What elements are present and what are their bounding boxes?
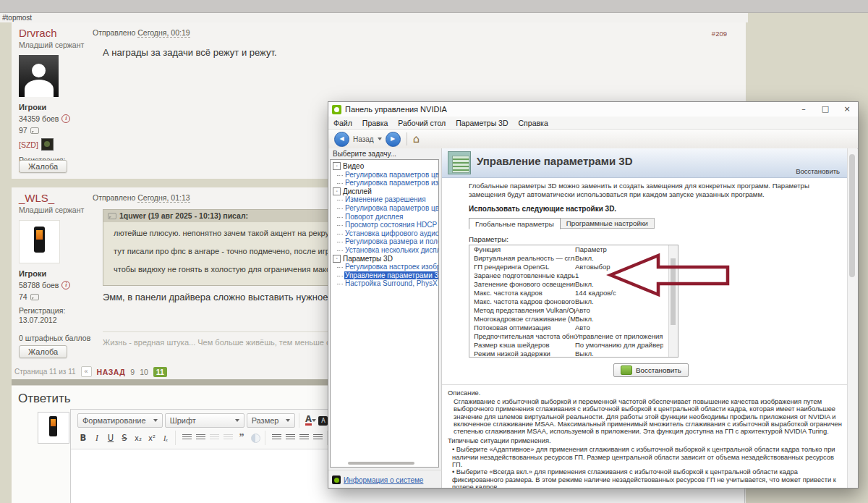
tree-item[interactable]: Регулировка размера и положения рабо: [331, 237, 438, 246]
underline-button[interactable]: U: [105, 432, 116, 444]
chevron-down-icon: [312, 419, 316, 424]
topmost-anchor: #topmost: [0, 13, 748, 22]
menu-desktop[interactable]: Рабочий стол: [393, 119, 451, 127]
tree-item[interactable]: Изменение разрешения: [331, 195, 438, 204]
align-center-button[interactable]: [284, 432, 296, 444]
tree-item[interactable]: Настройка Surround, PhysX: [331, 279, 438, 288]
tree-item[interactable]: Установка нескольких дисплеев: [331, 246, 438, 255]
tree-item[interactable]: Регулировка параметров цвета для вид: [331, 171, 438, 179]
tree-group-display[interactable]: Дисплей: [331, 187, 438, 196]
collapse-icon[interactable]: [333, 255, 341, 263]
post-number-link[interactable]: #209: [712, 30, 727, 38]
collapse-icon[interactable]: [333, 162, 341, 170]
cell-function: Макс. частота кадров: [474, 289, 575, 297]
tree-item[interactable]: Установка цифрового аудио: [331, 229, 438, 238]
home-button[interactable]: ⌂: [413, 134, 420, 145]
tab-program-settings[interactable]: Программные настройки: [561, 218, 655, 229]
report-button[interactable]: Жалоба: [19, 160, 67, 173]
quote-author: 1quwer (19 авг 2025 - 10:13) писал:: [119, 211, 248, 220]
font-dropdown[interactable]: Шрифт: [165, 413, 244, 428]
info-icon[interactable]: [61, 281, 70, 289]
tree-item[interactable]: Регулировка параметров цвета рабочег: [331, 204, 438, 213]
tree-item[interactable]: Регулировка настроек изображения с пр: [331, 263, 438, 271]
messages-count: 74: [19, 292, 27, 301]
first-page-button[interactable]: «: [81, 366, 92, 377]
menu-bar: Файл Правка Рабочий стол Параметры 3D Сп…: [328, 117, 858, 130]
collapse-icon[interactable]: [333, 187, 341, 195]
tree-item[interactable]: Поворот дисплея: [331, 213, 438, 221]
task-sidebar: Выберите задачу... Видео Регулировка пар…: [328, 148, 442, 488]
blockquote-button[interactable]: [236, 432, 247, 444]
table-row[interactable]: Метод представления Vulkan/OpenGLАвто: [469, 306, 678, 315]
author-rank: Младший сержант: [19, 206, 93, 214]
maximize-button[interactable]: □: [814, 102, 836, 117]
page-link-10[interactable]: 10: [140, 368, 148, 376]
create-div-button[interactable]: [250, 432, 261, 444]
superscript-button[interactable]: x²: [146, 432, 158, 444]
tree-group-label: Видео: [343, 162, 364, 171]
italic-button[interactable]: I: [91, 432, 103, 444]
minimize-button[interactable]: –: [793, 102, 814, 117]
report-button[interactable]: Жалоба: [19, 345, 67, 358]
table-row[interactable]: Макс. частота кадров фонового прило...Вы…: [469, 297, 678, 306]
tab-global-settings[interactable]: Глобальные параметры: [469, 218, 561, 229]
system-info-link[interactable]: Информация о системе: [344, 476, 423, 484]
restore-button[interactable]: Восстановить: [613, 363, 689, 377]
bold-button[interactable]: B: [77, 432, 89, 444]
back-page-link[interactable]: НАЗАД: [97, 368, 126, 376]
tree-group-video[interactable]: Видео: [331, 162, 438, 171]
align-left-button[interactable]: [271, 432, 282, 444]
author-rank: Младший сержант: [19, 41, 93, 49]
close-button[interactable]: ×: [836, 102, 858, 117]
clan-emblem-icon[interactable]: [41, 138, 54, 151]
tree-item[interactable]: Просмотр состояния HDCP: [331, 221, 438, 229]
table-row[interactable]: Потоковая оптимизацияАвто: [469, 324, 678, 332]
decrease-indent-button[interactable]: [208, 432, 220, 444]
back-history-chevron-icon[interactable]: [378, 138, 382, 143]
remove-format-button[interactable]: Iₓ: [160, 432, 171, 444]
sidebar-divider: [328, 470, 442, 470]
typical-usage-title: Типичные ситуации применения.: [448, 437, 847, 444]
chevron-down-icon: [153, 419, 158, 424]
back-button[interactable]: ◀: [334, 132, 349, 147]
page-link-9[interactable]: 9: [130, 368, 135, 376]
table-row[interactable]: Размер кэша шейдеровПо умолчанию для дра…: [469, 341, 678, 350]
menu-3d-settings[interactable]: Параметры 3D: [451, 119, 513, 127]
table-row[interactable]: Многокадровое сглаживание (MFAA)Выкл.: [469, 315, 678, 324]
menu-edit[interactable]: Правка: [357, 119, 393, 127]
subscript-button[interactable]: x₂: [132, 432, 144, 444]
increase-indent-button[interactable]: [222, 432, 234, 444]
justify-button[interactable]: [312, 432, 323, 444]
info-icon[interactable]: [61, 114, 70, 123]
system-info-row[interactable]: Информация о системе: [332, 475, 423, 484]
strikethrough-button[interactable]: S: [119, 432, 130, 444]
clan-tag-link[interactable]: [SZD]: [19, 140, 38, 149]
post-content: Отправлено Сегодня, 00:19 А награды за з…: [93, 22, 746, 58]
tree-item-label: Изменение разрешения: [344, 195, 427, 203]
format-dropdown[interactable]: Форматирование: [77, 413, 163, 428]
window-titlebar[interactable]: Панель управления NVIDIA – □ ×: [328, 102, 858, 117]
table-row[interactable]: Режим низкой задержкиВыкл.: [469, 350, 678, 358]
size-dropdown[interactable]: Размер: [247, 413, 296, 428]
numbered-list-button[interactable]: [181, 432, 192, 444]
forward-button[interactable]: ▶: [386, 132, 401, 147]
column-header: Функция: [474, 245, 575, 254]
text-color-button[interactable]: A: [305, 415, 316, 427]
bulleted-list-button[interactable]: [195, 432, 206, 444]
content-scrollbar[interactable]: [847, 148, 857, 488]
author-name-link[interactable]: _WLS_: [19, 192, 93, 204]
tree-item-label: Регулировка параметров изображения д: [344, 179, 438, 187]
tree-item-selected[interactable]: Управление параметрами 3D: [331, 271, 438, 280]
tree-item[interactable]: Регулировка параметров изображения д: [331, 179, 438, 187]
table-row[interactable]: Предпочтительная частота обновлени...Упр…: [469, 332, 678, 341]
tree-group-3d-settings[interactable]: Параметры 3D: [331, 255, 438, 263]
author-name-link[interactable]: Drvrach: [19, 27, 93, 39]
align-right-button[interactable]: [298, 432, 310, 444]
author-avatar[interactable]: [19, 220, 60, 263]
background-color-icon: A: [318, 416, 328, 426]
nvidia-app-icon: [332, 105, 341, 114]
menu-help[interactable]: Справка: [514, 119, 553, 127]
author-avatar[interactable]: [19, 55, 59, 97]
restore-link[interactable]: Восстановить: [796, 167, 840, 175]
menu-file[interactable]: Файл: [328, 119, 357, 127]
